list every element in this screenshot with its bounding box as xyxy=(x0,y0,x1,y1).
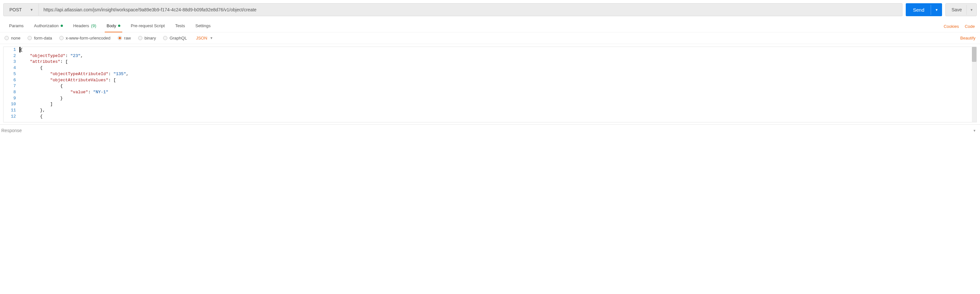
line-number: 6 xyxy=(3,77,20,84)
scrollbar-track[interactable] xyxy=(972,47,977,122)
radio-icon xyxy=(118,36,122,40)
tab-authorization[interactable]: Authorization xyxy=(29,21,68,32)
json-punctuation: : [ xyxy=(108,78,116,82)
code-content[interactable]: }, xyxy=(20,107,972,114)
json-punctuation: }, xyxy=(40,108,45,113)
line-number: 7 xyxy=(3,83,20,89)
line-number: 11 xyxy=(3,107,20,114)
chevron-down-icon[interactable]: ▼ xyxy=(966,5,977,15)
tab-settings[interactable]: Settings xyxy=(190,21,216,32)
json-string: "23" xyxy=(70,54,80,58)
radio-icon xyxy=(27,36,32,40)
send-button-label: Send xyxy=(913,7,924,13)
code-line[interactable]: 6 "objectAttributeValues": [ xyxy=(3,77,972,84)
chevron-down-icon: ▼ xyxy=(973,129,976,133)
code-line[interactable]: 4 { xyxy=(3,65,972,71)
code-line[interactable]: 11 }, xyxy=(3,107,972,114)
response-label: Response xyxy=(1,128,22,133)
code-content[interactable]: "objectAttributeValues": [ xyxy=(20,77,972,84)
code-line[interactable]: 8 "value": "NY-1" xyxy=(3,89,972,95)
http-method-select[interactable]: POST ▼ xyxy=(3,3,39,16)
beautify-link[interactable]: Beautify xyxy=(960,36,975,41)
save-button[interactable]: Save ▼ xyxy=(945,3,977,16)
bodytype-raw[interactable]: raw xyxy=(118,36,131,41)
bodytype-none[interactable]: none xyxy=(5,36,21,41)
tab-tests[interactable]: Tests xyxy=(170,21,190,32)
code-content[interactable]: { xyxy=(20,65,972,71)
chevron-down-icon: ▼ xyxy=(210,36,213,40)
line-number: 5 xyxy=(3,71,20,77)
code-line[interactable]: 1{ xyxy=(3,47,972,53)
status-dot-icon xyxy=(118,25,120,27)
tab-label: Tests xyxy=(175,23,185,28)
json-punctuation: ] xyxy=(50,102,53,106)
chevron-down-icon[interactable]: ▼ xyxy=(931,5,942,15)
code-content[interactable]: { xyxy=(20,47,972,53)
code-line[interactable]: 10 ] xyxy=(3,101,972,107)
radio-icon xyxy=(163,36,167,40)
line-number: 1 xyxy=(3,47,20,53)
status-dot-icon xyxy=(60,25,63,27)
code-content[interactable]: "attributes": [ xyxy=(20,59,972,65)
tab-params[interactable]: Params xyxy=(4,21,29,32)
json-key: "objectTypeAttributeId" xyxy=(50,71,108,76)
line-number: 3 xyxy=(3,59,20,65)
json-punctuation: , xyxy=(126,71,129,76)
code-line[interactable]: 2 "objectTypeId": "23", xyxy=(3,53,972,59)
code-link[interactable]: Code xyxy=(965,24,975,29)
json-punctuation: { xyxy=(40,65,43,70)
send-button[interactable]: Send ▼ xyxy=(906,3,942,16)
raw-language-select[interactable]: JSON ▼ xyxy=(196,36,213,41)
bodytype-form-data[interactable]: form-data xyxy=(27,36,52,41)
json-key: "objectAttributeValues" xyxy=(50,78,108,82)
code-content[interactable]: } xyxy=(20,95,972,102)
scrollbar-thumb[interactable] xyxy=(972,47,977,62)
bodytype-binary[interactable]: binary xyxy=(138,36,156,41)
line-number: 9 xyxy=(3,95,20,102)
cookies-link[interactable]: Cookies xyxy=(944,24,959,29)
code-content[interactable]: { xyxy=(20,83,972,89)
code-content[interactable]: ] xyxy=(20,101,972,107)
bodytype-graphql[interactable]: GraphQL xyxy=(163,36,187,41)
json-string: "NY-1" xyxy=(93,90,108,95)
code-content[interactable]: "objectTypeAttributeId": "135", xyxy=(20,71,972,77)
tab-label: Headers xyxy=(73,23,89,28)
json-punctuation: { xyxy=(40,114,43,119)
code-content[interactable]: { xyxy=(20,114,972,120)
code-line[interactable]: 12 { xyxy=(3,114,972,120)
radio-icon xyxy=(138,36,142,40)
json-string: "135" xyxy=(113,71,126,76)
json-key: "value" xyxy=(70,90,88,95)
code-line[interactable]: 3 "attributes": [ xyxy=(3,59,972,65)
save-button-label: Save xyxy=(951,7,962,12)
headers-count: (9) xyxy=(91,23,96,28)
json-punctuation: { xyxy=(20,47,23,52)
radio-label: form-data xyxy=(34,36,52,41)
code-line[interactable]: 5 "objectTypeAttributeId": "135", xyxy=(3,71,972,77)
line-number: 8 xyxy=(3,89,20,95)
radio-label: none xyxy=(11,36,21,41)
radio-label: raw xyxy=(124,36,131,41)
code-content[interactable]: "objectTypeId": "23", xyxy=(20,53,972,59)
request-body-editor[interactable]: 1{2 "objectTypeId": "23",3 "attributes":… xyxy=(3,47,977,122)
tab-label: Params xyxy=(9,23,24,28)
request-url-input[interactable] xyxy=(39,3,902,16)
tab-headers[interactable]: Headers (9) xyxy=(68,21,102,32)
line-number: 2 xyxy=(3,53,20,59)
tab-prerequest[interactable]: Pre-request Script xyxy=(126,21,170,32)
tab-label: Authorization xyxy=(34,23,59,28)
code-line[interactable]: 7 { xyxy=(3,83,972,89)
radio-icon xyxy=(5,36,9,40)
tab-body[interactable]: Body xyxy=(102,21,126,32)
radio-label: x-www-form-urlencoded xyxy=(66,36,111,41)
bodytype-xwww[interactable]: x-www-form-urlencoded xyxy=(59,36,111,41)
code-line[interactable]: 9 } xyxy=(3,95,972,102)
json-key: "attributes" xyxy=(30,59,60,64)
json-punctuation: } xyxy=(60,96,63,101)
line-number: 12 xyxy=(3,114,20,120)
code-content[interactable]: "value": "NY-1" xyxy=(20,89,972,95)
line-number: 4 xyxy=(3,65,20,71)
radio-label: GraphQL xyxy=(170,36,187,41)
response-section-header[interactable]: Response ▼ xyxy=(0,124,980,133)
radio-icon xyxy=(59,36,64,40)
